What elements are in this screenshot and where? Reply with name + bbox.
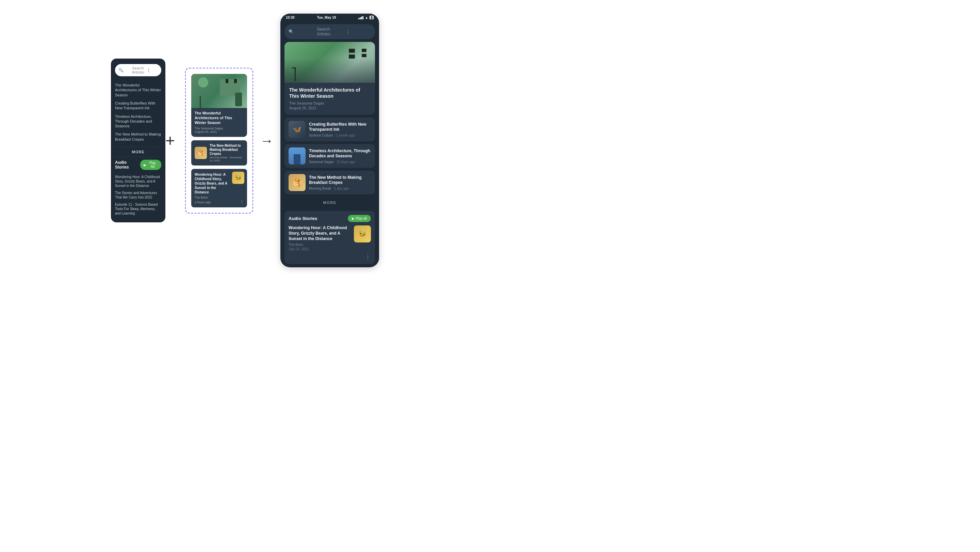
butterflies-image <box>288 121 305 138</box>
lamppost-icon <box>295 67 296 81</box>
article-card-architecture[interactable]: Timeless Architecture, Through Decades a… <box>285 144 375 168</box>
left-search-dots[interactable]: ⋮ <box>146 67 158 73</box>
window-1 <box>349 49 355 53</box>
right-search-bar[interactable]: 🔍 Search Articles ⋮ <box>285 24 375 39</box>
signal-bars-icon <box>358 16 363 19</box>
audio-story-dots[interactable]: ⋮ <box>365 252 371 260</box>
right-phone-wrapper: 10:30 Tue, May 19 ▲ ▓ 🔍 S <box>280 14 379 267</box>
battery-icon: ▓ <box>369 16 374 19</box>
wireframe-card1-text: The New Method to Making Breakfast Crepe… <box>210 144 243 162</box>
left-audio-item[interactable]: Episode 11 - Science Based Tools For Sle… <box>115 201 161 217</box>
left-article-item[interactable]: Creating Butterflies With New Transparen… <box>115 99 161 112</box>
wireframe-hero-title: The Wonderful Architectures of This Wint… <box>195 111 243 125</box>
article-card-crepes[interactable]: The New Method to Making Breakfast Crepe… <box>285 171 375 195</box>
article-card-butterflies[interactable]: Creating Butterflies With New Transparen… <box>285 118 375 141</box>
hero-card-date: August 25, 2021 <box>289 106 370 110</box>
audio-story-title: Wondering Hour: A Childhood Story, Grizz… <box>288 225 350 241</box>
signal-bar-2 <box>360 18 361 19</box>
phone-content: 🔍 Search Articles ⋮ <box>280 21 379 267</box>
wireframe-hero-text: The Wonderful Architectures of This Wint… <box>191 108 247 137</box>
article-info-butterflies: Creating Butterflies With New Transparen… <box>309 122 371 137</box>
architecture-image <box>288 147 305 164</box>
status-bar: 10:30 Tue, May 19 ▲ ▓ <box>280 14 379 21</box>
left-search-placeholder: Search Articles <box>132 66 144 74</box>
article-info-architecture: Timeless Architecture, Through Decades a… <box>309 148 371 164</box>
left-article-item[interactable]: The Wonderful Architectures of This Wint… <box>115 81 161 99</box>
wireframe-audio-time: 4 hours ago <box>195 201 243 204</box>
left-audio-item[interactable]: The Stories and Adventures That We Carry… <box>115 189 161 201</box>
phone-left: 🔍 Search Articles ⋮ The Wonderful Archit… <box>111 59 165 222</box>
article-meta-architecture: Seasonal Sagas · 10 days ago <box>309 160 371 164</box>
left-play-all-label: Play All <box>147 161 158 169</box>
right-search-dots[interactable]: ⋮ <box>345 29 371 35</box>
article-thumb-butterflies <box>288 121 305 138</box>
wireframe-phone: The Wonderful Architectures of This Wint… <box>185 68 253 214</box>
audio-story-card[interactable]: Wondering Hour: A Childhood Story, Grizz… <box>288 225 371 251</box>
wireframe-audio-source: The Bees <box>195 196 243 199</box>
article-title-architecture: Timeless Architecture, Through Decades a… <box>309 148 371 159</box>
article-info-crepes: The New Method to Making Breakfast Crepe… <box>309 175 371 190</box>
wireframe-small-card-1[interactable]: 🥞 The New Method to Making Breakfast Cre… <box>191 140 247 166</box>
hero-card-source: The Seasonal Sagas <box>289 101 370 105</box>
play-all-label: Play all <box>356 217 367 220</box>
audio-header: Audio Stories ▶ Play all <box>288 215 371 222</box>
left-audio-item[interactable]: Wondering Hour: A Childhood Story, Grizz… <box>115 173 161 189</box>
wireframe-card1-title: The New Method to Making Breakfast Crepe… <box>210 144 243 156</box>
hero-card-text: The Wonderful Architectures of This Wint… <box>285 83 375 115</box>
arrow-section: → <box>253 134 280 147</box>
signal-bar-1 <box>358 18 360 19</box>
left-article-item[interactable]: Timeless Architecture, Through Decades a… <box>115 112 161 131</box>
article-source-crepes: Morning Break <box>309 187 331 190</box>
window-group-2 <box>362 49 366 59</box>
left-article-item[interactable]: The New Method to Making Breakfast Crepe… <box>115 130 161 144</box>
signal-bar-3 <box>361 17 362 19</box>
audio-story-date: July 24, 2021 <box>288 247 350 251</box>
audio-section: Audio Stories ▶ Play all Wondering Hour:… <box>285 211 375 264</box>
wireframe-hero-card[interactable]: The Wonderful Architectures of This Wint… <box>191 74 247 137</box>
left-audio-header: Audio Stories ▶ Play All <box>115 160 161 170</box>
article-source-butterflies: Science Culture <box>309 134 333 137</box>
hero-card-title: The Wonderful Architectures of This Wint… <box>289 87 370 99</box>
status-date: Tue, May 19 <box>317 16 336 19</box>
plus-operator: + <box>165 132 175 149</box>
window-2 <box>349 54 355 59</box>
right-search-icon: 🔍 <box>288 29 314 34</box>
article-meta-butterflies: Science Culture · 1 month ago <box>309 134 371 137</box>
signal-bar-4 <box>363 16 363 19</box>
wifi-icon: ▲ <box>365 16 368 19</box>
article-meta-crepes: Morning Break · 1 day ago <box>309 187 371 190</box>
building-windows <box>349 49 366 59</box>
wireframe-hero-image <box>191 74 247 108</box>
left-more-button[interactable]: MORE <box>115 147 161 157</box>
play-all-icon: ▶ <box>352 217 355 220</box>
play-all-button[interactable]: ▶ Play all <box>348 215 371 222</box>
play-icon: ▶ <box>143 163 146 167</box>
hero-card-image <box>285 42 375 83</box>
status-right-icons: ▲ ▓ <box>358 16 374 19</box>
wireframe-card1-source: Morning Break <box>210 156 227 159</box>
main-layout: 🔍 Search Articles ⋮ The Wonderful Archit… <box>7 14 483 267</box>
left-search-bar[interactable]: 🔍 Search Articles ⋮ <box>115 64 161 76</box>
window-4 <box>362 54 366 57</box>
right-search-placeholder: Search Articles <box>317 27 342 37</box>
left-article-list: The Wonderful Architectures of This Wint… <box>115 81 161 144</box>
wireframe-audio-dots[interactable]: ⋮ <box>240 199 244 205</box>
audio-story-info: Wondering Hour: A Childhood Story, Grizz… <box>288 225 350 251</box>
wireframe-audio-card[interactable]: Wondering Hour: A Childhood Story, Grizz… <box>191 169 247 207</box>
right-more-button[interactable]: MORE <box>285 197 375 208</box>
left-play-all-button[interactable]: ▶ Play All <box>140 160 161 170</box>
center-section: + The Wonderful Architectures of This Wi… <box>165 68 253 214</box>
audio-section-title: Audio Stories <box>288 216 318 221</box>
left-search-icon: 🔍 <box>118 68 130 73</box>
article-thumb-architecture <box>288 147 305 164</box>
article-time-crepes-val: 1 day ago <box>334 187 349 190</box>
window-group-1 <box>349 49 355 59</box>
wireframe-card1-thumb: 🥞 <box>195 147 207 159</box>
article-source-architecture: Seasonal Sagas <box>309 160 334 164</box>
crepes-image <box>288 174 305 191</box>
hero-card[interactable]: The Wonderful Architectures of This Wint… <box>285 42 375 115</box>
status-time: 10:30 <box>286 16 295 19</box>
arrow-icon: → <box>260 134 274 147</box>
wireframe-hero-source: The Seasonal Sagas <box>195 127 243 130</box>
left-audio-title: Audio Stories <box>115 160 140 169</box>
